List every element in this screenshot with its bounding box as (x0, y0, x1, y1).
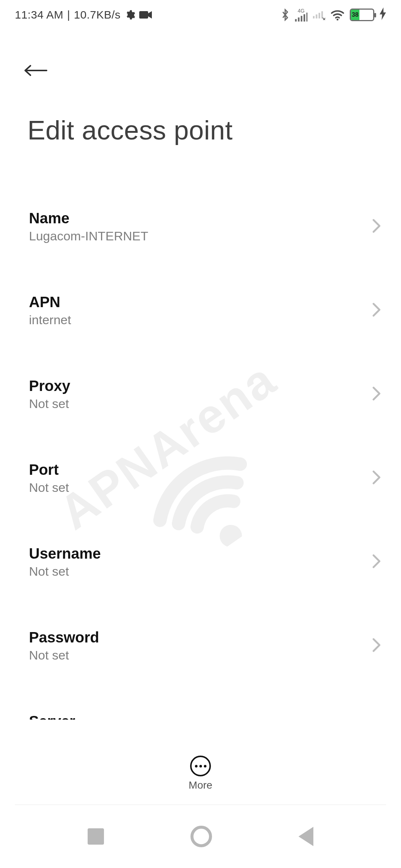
battery-pct: 38 (352, 11, 359, 18)
svg-rect-2 (298, 17, 299, 22)
signal-1-group: 4G (295, 8, 307, 22)
row-name[interactable]: Name Lugacom-INTERNET (0, 196, 401, 257)
row-value: Not set (29, 564, 364, 579)
row-server[interactable]: Server Not set (0, 699, 401, 720)
svg-rect-8 (319, 13, 320, 19)
camera-icon (139, 10, 152, 19)
row-apn[interactable]: APN internet (0, 280, 401, 341)
gear-icon (124, 9, 136, 20)
svg-rect-1 (295, 19, 297, 22)
chevron-right-icon (372, 302, 381, 319)
row-label: Username (29, 545, 364, 562)
status-speed: 10.7KB/s (74, 9, 121, 21)
settings-list: Name Lugacom-INTERNET APN internet Proxy… (0, 196, 401, 720)
page-title: Edit access point (27, 115, 233, 145)
list-bottom-fade (0, 731, 401, 746)
wifi-icon (330, 9, 345, 20)
row-value: Lugacom-INTERNET (29, 229, 364, 243)
signal-bars-icon (295, 13, 307, 22)
chevron-right-icon (372, 386, 381, 402)
more-label: More (189, 779, 212, 791)
row-value: internet (29, 313, 364, 327)
row-proxy[interactable]: Proxy Not set (0, 364, 401, 425)
row-password[interactable]: Password Not set (0, 615, 401, 677)
row-port[interactable]: Port Not set (0, 447, 401, 509)
status-left: 11:34 AM | 10.7KB/s (15, 9, 152, 21)
status-sep: | (67, 9, 70, 21)
nav-back-button[interactable] (299, 827, 313, 846)
row-label: APN (29, 294, 364, 310)
nav-recents-button[interactable] (88, 828, 104, 845)
svg-rect-4 (304, 14, 305, 22)
status-bar: 11:34 AM | 10.7KB/s 4G 38 (0, 0, 401, 30)
back-button[interactable] (21, 56, 50, 85)
svg-rect-5 (306, 13, 307, 22)
row-value: Not set (29, 397, 364, 411)
svg-point-10 (336, 19, 338, 20)
status-right: 4G 38 (281, 7, 386, 23)
row-label: Proxy (29, 378, 364, 394)
row-label: Port (29, 461, 364, 478)
row-username[interactable]: Username Not set (0, 531, 401, 593)
more-icon (190, 756, 211, 776)
more-button[interactable]: More (0, 746, 401, 801)
status-time: 11:34 AM (15, 9, 63, 21)
row-value: Not set (29, 648, 364, 662)
chevron-right-icon (372, 638, 381, 654)
bluetooth-icon (281, 9, 290, 21)
chevron-right-icon (372, 218, 381, 235)
system-nav-bar (0, 805, 401, 868)
row-label: Name (29, 210, 364, 227)
svg-rect-7 (316, 14, 317, 19)
chevron-right-icon (372, 470, 381, 486)
top-bar (0, 48, 401, 93)
nav-home-button[interactable] (190, 826, 212, 847)
svg-rect-3 (301, 16, 302, 22)
charging-icon (379, 7, 386, 23)
arrow-left-icon (24, 63, 48, 78)
svg-rect-0 (139, 11, 148, 19)
svg-rect-6 (313, 16, 314, 18)
svg-rect-9 (321, 11, 323, 18)
row-label: Server (29, 713, 364, 720)
row-value: Not set (29, 480, 364, 495)
row-label: Password (29, 629, 364, 646)
chevron-right-icon (372, 554, 381, 570)
signal-2-no-sim-icon (313, 10, 325, 20)
battery-indicator: 38 (350, 9, 374, 21)
